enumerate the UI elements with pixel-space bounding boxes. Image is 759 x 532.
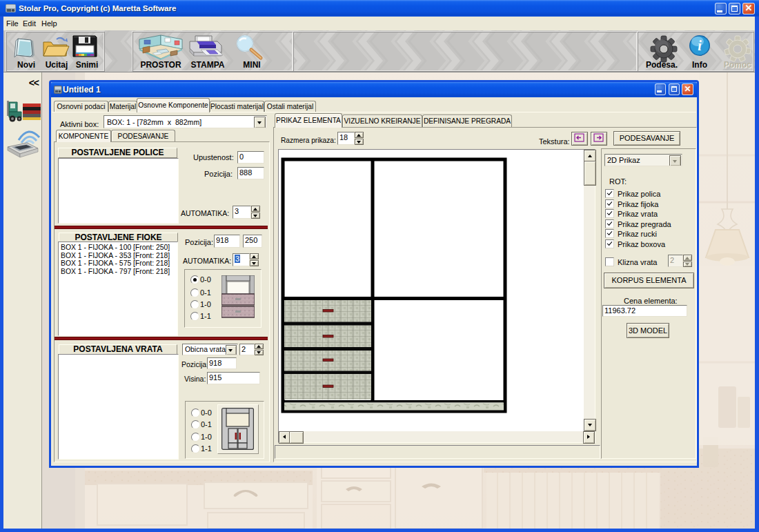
- svg-text:i: i: [698, 38, 702, 53]
